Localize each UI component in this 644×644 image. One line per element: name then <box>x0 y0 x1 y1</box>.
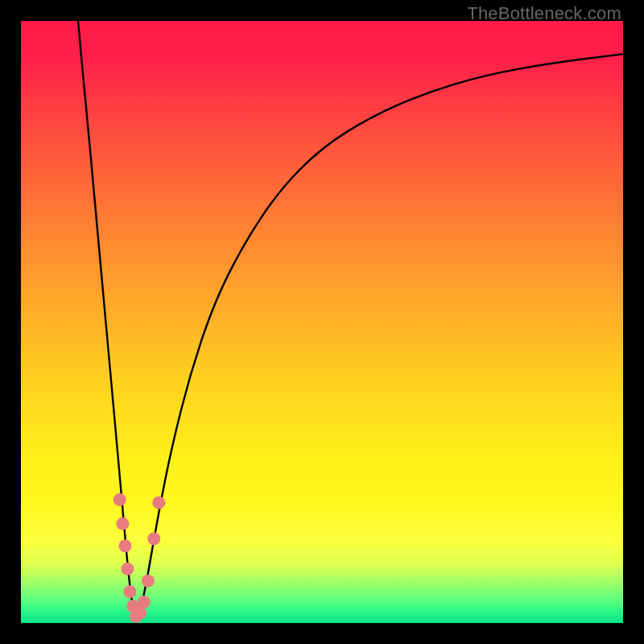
chart-curves <box>21 21 623 623</box>
scatter-point <box>142 575 155 588</box>
scatter-point <box>152 496 165 509</box>
scatter-point <box>116 518 129 530</box>
scatter-point <box>118 539 131 552</box>
series-right-branch <box>136 54 623 619</box>
series-left-branch <box>78 21 136 620</box>
chart-frame: TheBottleneck.com <box>0 0 644 644</box>
scatter-point <box>121 563 134 576</box>
scatter-point <box>147 532 160 545</box>
scatter-point <box>114 493 126 506</box>
scatter-point <box>138 596 151 609</box>
plot-area <box>21 21 623 623</box>
scatter-point <box>123 585 136 598</box>
